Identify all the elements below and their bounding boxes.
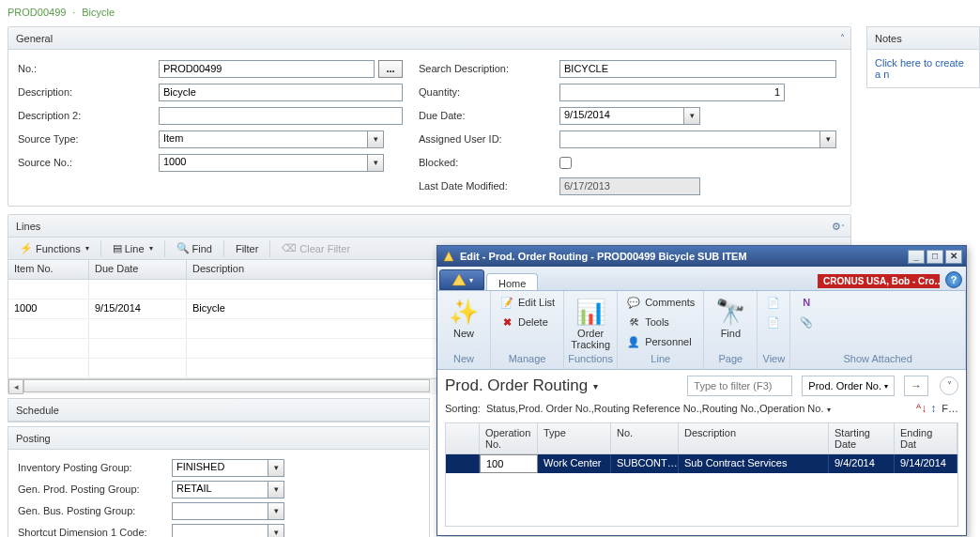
tab-home[interactable]: Home	[486, 273, 538, 290]
order-tracking-button[interactable]: 📊 Order Tracking	[568, 293, 613, 353]
tools-button[interactable]: 🛠Tools	[621, 313, 699, 331]
general-header[interactable]: General ˄	[8, 27, 850, 50]
scroll-thumb[interactable]	[23, 379, 430, 392]
collapse-icon[interactable]: ˄	[840, 33, 845, 43]
source-type-select[interactable]: Item ▾	[159, 130, 384, 148]
source-no-value: 1000	[160, 155, 367, 171]
label-due-date: Due Date:	[419, 110, 559, 121]
cell-starting-date: 9/4/2014	[829, 454, 895, 473]
sort-value[interactable]: Status,Prod. Order No.,Routing Reference…	[486, 403, 911, 414]
chevron-down-icon[interactable]: ▾	[268, 525, 283, 538]
notes-panel: Notes Click here to create a n	[866, 26, 980, 88]
routing-row[interactable]: 100 Work Center SUBCONT… Sub Contract Se…	[446, 454, 957, 473]
title-separator: ·	[72, 7, 75, 18]
col-ending-date[interactable]: Ending Dat	[895, 423, 957, 453]
delete-button[interactable]: ✖Delete	[495, 313, 559, 331]
view-button-1[interactable]: 📄	[761, 293, 786, 312]
chevron-down-icon[interactable]: ▾	[268, 482, 283, 498]
edit-list-button[interactable]: 📝Edit List	[495, 293, 559, 312]
create-note-link[interactable]: Click here to create a n	[867, 50, 979, 87]
minimize-icon[interactable]: _	[908, 250, 925, 264]
no-lookup-button[interactable]: ...	[378, 60, 403, 78]
cell-operation-no[interactable]: 100	[480, 454, 538, 473]
description-input[interactable]	[159, 84, 403, 101]
new-button[interactable]: ✨ New	[441, 293, 486, 342]
quantity-input[interactable]	[559, 84, 785, 101]
f-button[interactable]: F…	[942, 403, 958, 414]
schedule-panel[interactable]: Schedule	[8, 398, 430, 422]
assigned-user-select[interactable]: ▾	[559, 130, 836, 148]
filter-box[interactable]	[687, 376, 792, 396]
source-no-select[interactable]: 1000 ▾	[159, 154, 384, 172]
chevron-down-icon[interactable]: ▾	[593, 381, 598, 391]
notes-header[interactable]: Notes	[867, 27, 979, 50]
dim1-value	[173, 525, 268, 538]
functions-button[interactable]: ⚡Functions▾	[12, 240, 97, 256]
blocked-checkbox[interactable]	[559, 157, 572, 169]
close-icon[interactable]: ✕	[945, 250, 962, 264]
chevron-down-icon[interactable]: ▾	[268, 503, 283, 519]
col-description-routing[interactable]: Description	[679, 423, 829, 453]
col-item-no[interactable]: Item No.	[8, 260, 89, 279]
gen-bus-value	[173, 503, 268, 519]
app-menu-button[interactable]: ▾	[439, 269, 484, 290]
cell-ending-date: 9/14/2014	[895, 454, 957, 473]
chevron-down-icon[interactable]: ▾	[819, 131, 835, 147]
gen-prod-select[interactable]: RETAIL ▾	[172, 481, 284, 499]
lines-header[interactable]: Lines ⚙˄	[8, 215, 850, 238]
label-search-description: Search Description:	[419, 63, 559, 74]
due-date-picker[interactable]: 9/15/2014 ▾	[559, 107, 700, 125]
label-quantity: Quantity:	[419, 86, 559, 98]
personnel-button[interactable]: 👤Personnel	[621, 332, 699, 351]
help-icon[interactable]: ?	[945, 271, 962, 288]
notes-title: Notes	[875, 33, 902, 44]
filter-button[interactable]: Filter	[228, 241, 266, 256]
chevron-down-icon[interactable]: ▾	[268, 460, 283, 476]
dim1-select[interactable]: ▾	[172, 524, 284, 538]
edit-icon: 📝	[499, 297, 514, 309]
routing-grid: Operation No. Type No. Description Start…	[445, 422, 958, 527]
expand-icon[interactable]: ˅	[940, 376, 958, 395]
filter-input[interactable]	[688, 380, 791, 391]
gear-icon[interactable]: ⚙˄	[832, 221, 845, 233]
col-type[interactable]: Type	[538, 423, 611, 453]
filter-field-select[interactable]: Prod. Order No. ▾	[802, 376, 895, 396]
maximize-icon[interactable]: □	[926, 250, 943, 264]
chevron-down-icon[interactable]: ▾	[367, 131, 383, 147]
onenote-button[interactable]: N	[794, 293, 819, 312]
popup-titlebar[interactable]: Edit - Prod. Order Routing - PROD00499 B…	[437, 246, 966, 267]
sort-desc-icon[interactable]: ↕	[930, 402, 936, 415]
view-button-2[interactable]: 📄	[761, 313, 786, 331]
chevron-down-icon: ▾	[884, 382, 888, 391]
col-due-date[interactable]: Due Date	[89, 260, 187, 279]
doc-icon: 📄	[766, 316, 781, 329]
go-button[interactable]: →	[904, 376, 928, 396]
inv-group-select[interactable]: FINISHED ▾	[172, 459, 284, 477]
gen-bus-select[interactable]: ▾	[172, 502, 284, 520]
description2-input[interactable]	[159, 107, 403, 125]
inv-group-value: FINISHED	[173, 460, 268, 476]
search-icon: 🔍	[176, 242, 190, 254]
find-button-ribbon[interactable]: 🔭 Find	[708, 293, 753, 342]
col-no[interactable]: No.	[611, 423, 679, 453]
svg-marker-1	[452, 274, 466, 285]
chevron-down-icon: ▾	[149, 244, 153, 253]
clear-filter-button: ⌫Clear Filter	[274, 240, 358, 256]
chevron-down-icon[interactable]: ▾	[683, 108, 699, 124]
scroll-left-icon[interactable]: ◂	[8, 379, 23, 394]
attachment-button[interactable]: 📎	[794, 313, 819, 331]
cell-due-date: 9/15/2014	[89, 299, 187, 318]
search-description-input[interactable]	[559, 60, 836, 78]
label-blocked: Blocked:	[419, 157, 559, 168]
sort-asc-icon[interactable]: ᴬ↓	[916, 402, 926, 415]
doc-icon: 📄	[766, 297, 781, 309]
line-button[interactable]: ▤Line▾	[105, 240, 161, 256]
comments-button[interactable]: 💬Comments	[621, 293, 699, 312]
col-starting-date[interactable]: Starting Date	[829, 423, 895, 453]
chevron-down-icon[interactable]: ▾	[367, 155, 383, 171]
posting-header[interactable]: Posting	[8, 427, 429, 450]
col-operation-no[interactable]: Operation No.	[480, 423, 538, 453]
no-input[interactable]	[159, 60, 375, 78]
find-button[interactable]: 🔍Find	[169, 240, 220, 256]
posting-panel: Posting Inventory Posting Group: FINISHE…	[8, 426, 430, 537]
